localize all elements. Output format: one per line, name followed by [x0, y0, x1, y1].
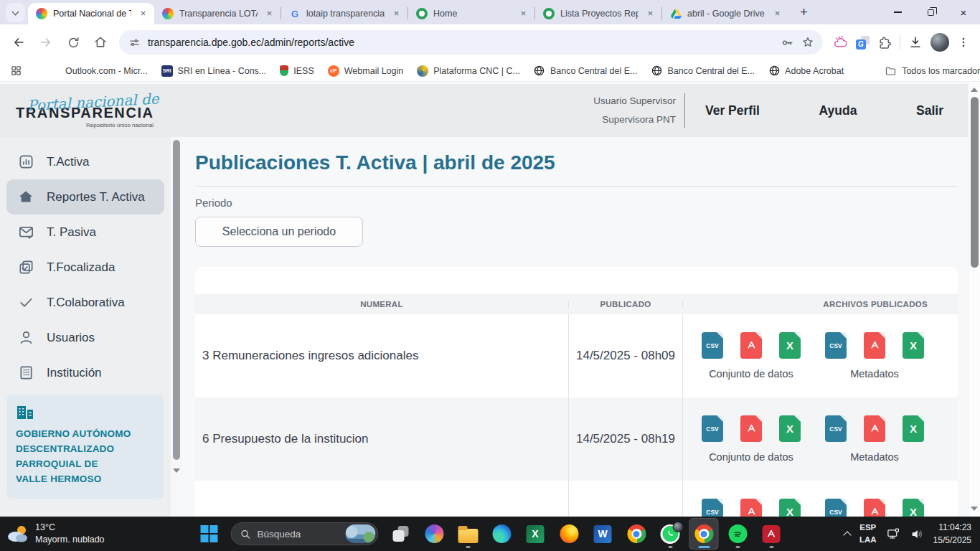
csv-file-icon[interactable]: CSV	[702, 415, 723, 442]
csv-file-icon[interactable]: CSV	[825, 415, 847, 442]
bookmark-star-icon[interactable]	[801, 36, 814, 49]
taskbar-clock[interactable]: 11:04:23 15/5/2025	[933, 521, 971, 547]
sidebar: T.Activa Reportes T. Activa T. Pasiva	[0, 137, 171, 517]
address-bar[interactable]: transparencia.dpe.gob.ec/admin/reports/a…	[119, 30, 823, 55]
hidden-icons-chevron[interactable]	[843, 531, 851, 539]
sidebar-item-reportes-t-activa[interactable]: Reportes T. Activa	[6, 179, 164, 215]
scroll-up-arrow[interactable]	[971, 88, 978, 92]
csv-file-icon[interactable]: CSV	[702, 499, 723, 517]
spotify-button[interactable]	[723, 518, 753, 550]
weather-extension-icon[interactable]	[833, 36, 848, 50]
url-text[interactable]: transparencia.dpe.gob.ec/admin/reports/a…	[148, 37, 773, 48]
excel-file-icon[interactable]: X	[903, 415, 924, 442]
firefox-button[interactable]	[555, 518, 584, 550]
pdf-file-icon[interactable]	[864, 499, 885, 517]
whatsapp-button[interactable]	[656, 518, 685, 550]
pdf-file-icon[interactable]	[740, 499, 762, 517]
minimize-window-button[interactable]	[881, 0, 914, 24]
csv-file-icon[interactable]: CSV	[825, 332, 847, 359]
tab-lista-proyectos[interactable]: Lista Proyectos Repor ×	[535, 3, 661, 24]
tab-search-button[interactable]	[6, 3, 25, 22]
profile-avatar[interactable]	[930, 33, 949, 52]
checkmark-icon	[17, 294, 34, 311]
sidebar-item-usuarios[interactable]: Usuarios	[0, 320, 171, 355]
csv-file-icon[interactable]: CSV	[702, 332, 723, 359]
speaker-icon[interactable]	[910, 527, 924, 541]
institution-card[interactable]: GOBIERNO AUTÓNOMO DESCENTRALIZADO PARROQ…	[7, 395, 164, 499]
page-scrollbar-thumb[interactable]	[971, 97, 979, 268]
back-button[interactable]	[7, 31, 30, 54]
restore-window-button[interactable]	[914, 0, 947, 24]
start-button[interactable]	[194, 518, 224, 550]
network-icon[interactable]	[886, 527, 900, 541]
excel-button[interactable]: X	[521, 518, 550, 550]
close-tab-icon[interactable]: ×	[263, 8, 275, 20]
bookmark-webmail[interactable]: cP Webmail Login	[328, 65, 403, 77]
password-key-icon[interactable]	[781, 36, 794, 50]
view-profile-link[interactable]: Ver Perfil	[705, 103, 760, 118]
taskbar-search-box[interactable]: Búsqueda	[231, 522, 379, 545]
reload-button[interactable]	[62, 31, 85, 54]
home-button[interactable]	[89, 31, 112, 54]
edge-button[interactable]	[487, 518, 517, 550]
search-highlight-image[interactable]	[346, 524, 376, 543]
logout-link[interactable]: Salir	[916, 103, 943, 118]
close-tab-icon[interactable]: ×	[390, 8, 402, 20]
all-bookmarks-button[interactable]: Todos los marcadores	[885, 65, 980, 77]
close-tab-icon[interactable]: ×	[644, 8, 656, 20]
new-tab-button[interactable]: +	[794, 3, 814, 22]
close-tab-icon[interactable]: ×	[517, 8, 529, 20]
task-view-button[interactable]	[386, 518, 415, 550]
site-settings-tune-icon[interactable]	[128, 37, 141, 49]
tab-home[interactable]: Home ×	[408, 3, 534, 24]
bookmark-sri[interactable]: SRI SRI en Línea - Cons...	[161, 65, 267, 77]
pdf-file-icon[interactable]	[740, 415, 762, 442]
tab-google-search[interactable]: G lotaip transparencia a ×	[281, 3, 407, 24]
sidebar-item-t-colaborativa[interactable]: T.Colaborativa	[0, 285, 171, 320]
pdf-file-icon[interactable]	[864, 415, 885, 442]
bookmark-banco-central-2[interactable]: Banco Central del E...	[651, 65, 755, 77]
file-explorer-button[interactable]	[453, 518, 483, 550]
help-link[interactable]: Ayuda	[819, 103, 857, 118]
tab-portal-nacional[interactable]: Portal Nacional de Tra ×	[28, 3, 154, 24]
acrobat-button[interactable]	[757, 518, 786, 550]
bookmark-cnc[interactable]: Plataforma CNC | C...	[417, 65, 520, 77]
bookmark-iess[interactable]: IESS	[280, 65, 314, 76]
apps-grid-icon[interactable]	[10, 65, 22, 77]
word-button[interactable]: W	[588, 518, 618, 550]
bookmark-adobe-acrobat[interactable]: Adobe Acrobat	[768, 65, 844, 77]
bookmark-banco-central-1[interactable]: Banco Central del E...	[534, 65, 638, 77]
forward-button[interactable]	[34, 31, 57, 54]
excel-file-icon[interactable]: X	[903, 332, 924, 359]
excel-file-icon[interactable]: X	[903, 499, 924, 517]
language-indicator[interactable]: ESP LAA	[859, 522, 877, 545]
period-select-button[interactable]: Selecciona un periodo	[195, 217, 363, 247]
sidebar-item-institucion[interactable]: Institución	[0, 355, 171, 390]
chrome-active-button[interactable]	[689, 518, 719, 550]
csv-file-icon[interactable]: CSV	[825, 499, 847, 517]
bookmark-outlook[interactable]: Outlook.com - Micr...	[50, 65, 148, 76]
excel-file-icon[interactable]: X	[779, 332, 801, 359]
chrome-button[interactable]	[622, 518, 651, 550]
pdf-file-icon[interactable]	[864, 332, 885, 359]
weather-widget[interactable]: 13°C Mayorm. nublado	[0, 522, 105, 546]
close-tab-icon[interactable]: ×	[771, 8, 783, 20]
excel-file-icon[interactable]: X	[779, 499, 801, 517]
tab-transparencia-lotaip[interactable]: Transparencia LOTAIP ×	[154, 3, 281, 24]
browser-menu-kebab-icon[interactable]	[957, 36, 970, 49]
extensions-puzzle-icon[interactable]	[877, 35, 892, 50]
sidebar-item-t-activa[interactable]: T.Activa	[0, 144, 171, 179]
close-window-button[interactable]: ×	[947, 0, 980, 24]
scroll-down-arrow[interactable]	[971, 507, 978, 511]
tab-google-drive[interactable]: abril - Google Drive ×	[662, 3, 788, 24]
close-tab-icon[interactable]: ×	[137, 8, 149, 20]
sidebar-scrollbar-thumb[interactable]	[173, 140, 180, 460]
sidebar-scroll-down-arrow[interactable]	[173, 468, 180, 473]
copilot-button[interactable]	[420, 518, 449, 550]
pdf-file-icon[interactable]	[740, 332, 762, 359]
sidebar-item-t-focalizada[interactable]: T.Focalizada	[0, 250, 171, 285]
downloads-icon[interactable]	[908, 35, 923, 50]
google-translate-icon[interactable]: G	[856, 36, 870, 50]
excel-file-icon[interactable]: X	[779, 415, 801, 442]
sidebar-item-t-pasiva[interactable]: T. Pasiva	[0, 215, 171, 250]
